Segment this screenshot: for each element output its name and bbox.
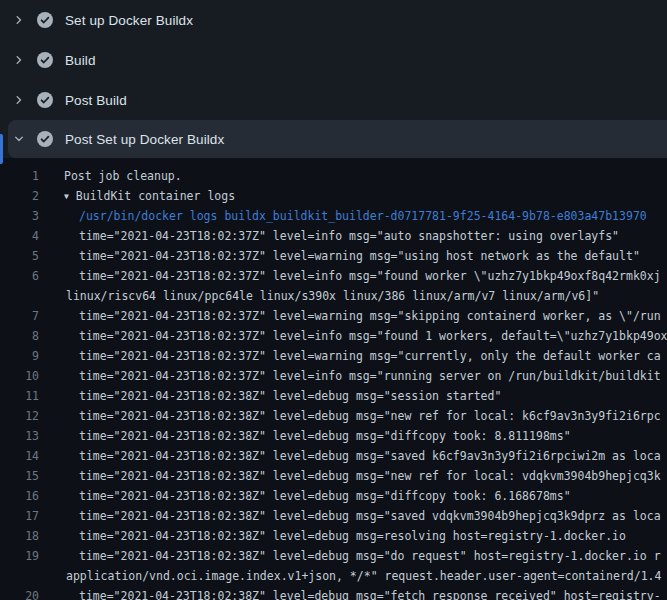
active-step-indicator bbox=[0, 134, 3, 164]
log-line: 10 time="2021-04-23T18:02:37Z" level=inf… bbox=[0, 366, 667, 386]
log-line-number[interactable]: 20 bbox=[0, 586, 39, 600]
log-line: 17 time="2021-04-23T18:02:38Z" level=deb… bbox=[0, 506, 667, 526]
log-line-number[interactable]: 3 bbox=[0, 206, 39, 226]
log-line: application/vnd.oci.image.index.v1+json,… bbox=[0, 566, 667, 586]
log-line-number[interactable]: 7 bbox=[0, 306, 39, 326]
step-row[interactable]: Post Set up Docker Buildx bbox=[8, 120, 667, 158]
log-line-number[interactable]: 6 bbox=[0, 266, 39, 286]
log-line-number[interactable]: 15 bbox=[0, 466, 39, 486]
log-line: 6 time="2021-04-23T18:02:37Z" level=info… bbox=[0, 266, 667, 286]
log-line-text: time="2021-04-23T18:02:38Z" level=debug … bbox=[39, 426, 571, 446]
log-line-text: time="2021-04-23T18:02:37Z" level=warnin… bbox=[39, 306, 661, 326]
log-line-text: Post job cleanup. bbox=[39, 166, 182, 186]
log-line: 14 time="2021-04-23T18:02:38Z" level=deb… bbox=[0, 446, 667, 466]
log-line: 11 time="2021-04-23T18:02:38Z" level=deb… bbox=[0, 386, 667, 406]
log-line-text: time="2021-04-23T18:02:38Z" level=debug … bbox=[39, 466, 661, 486]
log-viewer: 1 Post job cleanup. 2 ▼BuildKit containe… bbox=[0, 158, 667, 600]
log-line-text: time="2021-04-23T18:02:38Z" level=debug … bbox=[39, 386, 501, 406]
log-line: 7 time="2021-04-23T18:02:37Z" level=warn… bbox=[0, 306, 667, 326]
log-line: 20 time="2021-04-23T18:02:38Z" level=deb… bbox=[0, 586, 667, 600]
log-line-number[interactable]: 5 bbox=[0, 246, 39, 266]
step-label: Build bbox=[65, 53, 96, 68]
log-line-number[interactable] bbox=[0, 566, 39, 586]
log-line-text: /usr/bin/docker logs buildx_buildkit_bui… bbox=[39, 206, 647, 226]
step-row[interactable]: Post Build bbox=[0, 80, 667, 120]
log-line-text: time="2021-04-23T18:02:38Z" level=debug … bbox=[39, 506, 661, 526]
log-line-text: ▼BuildKit container logs bbox=[39, 186, 235, 206]
log-line: 12 time="2021-04-23T18:02:38Z" level=deb… bbox=[0, 406, 667, 426]
check-circle-icon bbox=[37, 12, 53, 28]
log-line-text: linux/riscv64 linux/ppc64le linux/s390x … bbox=[39, 286, 599, 306]
log-line-text: time="2021-04-23T18:02:38Z" level=debug … bbox=[39, 546, 661, 566]
log-line-text: time="2021-04-23T18:02:37Z" level=warnin… bbox=[39, 346, 661, 366]
chevron-down-icon bbox=[13, 133, 37, 145]
log-line-number[interactable]: 18 bbox=[0, 526, 39, 546]
log-line-text: time="2021-04-23T18:02:37Z" level=info m… bbox=[39, 366, 661, 386]
step-row[interactable]: Build bbox=[0, 40, 667, 80]
log-line-number[interactable]: 1 bbox=[0, 166, 39, 186]
check-circle-icon bbox=[37, 131, 53, 147]
log-line-text: time="2021-04-23T18:02:37Z" level=info m… bbox=[39, 326, 667, 346]
log-line-number[interactable]: 17 bbox=[0, 506, 39, 526]
step-label: Set up Docker Buildx bbox=[65, 13, 193, 28]
log-line-number[interactable]: 10 bbox=[0, 366, 39, 386]
step-list: Set up Docker Buildx Build Post Buil bbox=[0, 0, 667, 158]
log-line-number[interactable]: 11 bbox=[0, 386, 39, 406]
log-line: 2 ▼BuildKit container logs bbox=[0, 186, 667, 206]
log-line-text: time="2021-04-23T18:02:38Z" level=debug … bbox=[39, 526, 626, 546]
log-line-number[interactable]: 16 bbox=[0, 486, 39, 506]
step-row[interactable]: Set up Docker Buildx bbox=[0, 0, 667, 40]
log-line-text: time="2021-04-23T18:02:38Z" level=debug … bbox=[39, 586, 661, 600]
check-circle-icon bbox=[37, 92, 53, 108]
log-line: 3 /usr/bin/docker logs buildx_buildkit_b… bbox=[0, 206, 667, 226]
log-line-number[interactable]: 14 bbox=[0, 446, 39, 466]
log-line-number[interactable]: 2 bbox=[0, 186, 39, 206]
log-line-text: time="2021-04-23T18:02:38Z" level=debug … bbox=[39, 446, 661, 466]
chevron-right-icon bbox=[13, 14, 37, 26]
log-line-text: time="2021-04-23T18:02:37Z" level=info m… bbox=[39, 266, 661, 286]
log-line: 5 time="2021-04-23T18:02:37Z" level=warn… bbox=[0, 246, 667, 266]
log-line-number[interactable]: 12 bbox=[0, 406, 39, 426]
log-line-number[interactable]: 8 bbox=[0, 326, 39, 346]
group-title: BuildKit container logs bbox=[76, 189, 235, 203]
log-line: 15 time="2021-04-23T18:02:38Z" level=deb… bbox=[0, 466, 667, 486]
log-line-text: time="2021-04-23T18:02:38Z" level=debug … bbox=[39, 486, 571, 506]
chevron-right-icon bbox=[13, 54, 37, 66]
group-caret-icon[interactable]: ▼ bbox=[64, 187, 69, 206]
log-line: 18 time="2021-04-23T18:02:38Z" level=deb… bbox=[0, 526, 667, 546]
log-line-number[interactable]: 9 bbox=[0, 346, 39, 366]
log-line-text: time="2021-04-23T18:02:37Z" level=warnin… bbox=[39, 246, 640, 266]
log-line-text: application/vnd.oci.image.index.v1+json,… bbox=[39, 566, 661, 586]
log-line-text: time="2021-04-23T18:02:38Z" level=debug … bbox=[39, 406, 661, 426]
step-label: Post Build bbox=[65, 93, 127, 108]
log-line: 8 time="2021-04-23T18:02:37Z" level=info… bbox=[0, 326, 667, 346]
log-line: 13 time="2021-04-23T18:02:38Z" level=deb… bbox=[0, 426, 667, 446]
log-line-number[interactable]: 13 bbox=[0, 426, 39, 446]
log-line-text: time="2021-04-23T18:02:37Z" level=info m… bbox=[39, 226, 619, 246]
step-label: Post Set up Docker Buildx bbox=[65, 132, 224, 147]
chevron-right-icon bbox=[13, 94, 37, 106]
log-line: 4 time="2021-04-23T18:02:37Z" level=info… bbox=[0, 226, 667, 246]
log-line: linux/riscv64 linux/ppc64le linux/s390x … bbox=[0, 286, 667, 306]
log-line: 19 time="2021-04-23T18:02:38Z" level=deb… bbox=[0, 546, 667, 566]
log-line-number[interactable]: 19 bbox=[0, 546, 39, 566]
log-line-number[interactable] bbox=[0, 286, 39, 306]
check-circle-icon bbox=[37, 52, 53, 68]
log-line-number[interactable]: 4 bbox=[0, 226, 39, 246]
log-line: 16 time="2021-04-23T18:02:38Z" level=deb… bbox=[0, 486, 667, 506]
log-line: 9 time="2021-04-23T18:02:37Z" level=warn… bbox=[0, 346, 667, 366]
log-line: 1 Post job cleanup. bbox=[0, 166, 667, 186]
